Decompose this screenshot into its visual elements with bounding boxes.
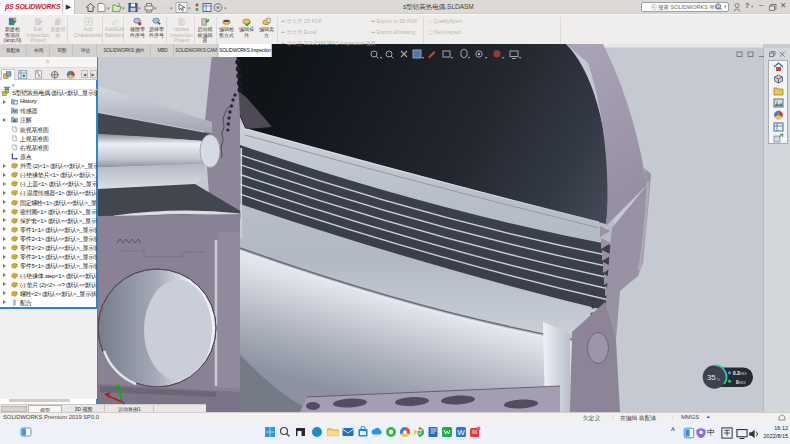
svg-text:▾: ▾: [468, 55, 470, 60]
svg-text:0KB/S: 0KB/S: [736, 380, 746, 385]
svg-text:▾: ▾: [224, 5, 227, 11]
svg-text:▾: ▾: [122, 5, 125, 11]
svg-text:▾: ▾: [422, 55, 424, 60]
svg-text:W: W: [457, 428, 465, 437]
svg-text:▾: ▾: [451, 55, 453, 60]
svg-text:▾: ▾: [107, 5, 110, 11]
svg-text:35: 35: [707, 373, 716, 382]
svg-text:%: %: [717, 377, 721, 382]
svg-text:▾: ▾: [519, 55, 521, 60]
svg-text:R: R: [38, 74, 41, 78]
svg-text:▾: ▾: [138, 5, 141, 11]
svg-text:0.3KB/S: 0.3KB/S: [733, 371, 747, 376]
svg-text:▾: ▾: [154, 5, 157, 11]
svg-text:▾: ▾: [380, 55, 382, 60]
svg-text:▾: ▾: [485, 55, 487, 60]
svg-text:▾: ▾: [170, 5, 173, 11]
svg-text:▾: ▾: [188, 5, 191, 11]
svg-text:▾: ▾: [502, 55, 504, 60]
svg-text:A: A: [13, 118, 16, 123]
